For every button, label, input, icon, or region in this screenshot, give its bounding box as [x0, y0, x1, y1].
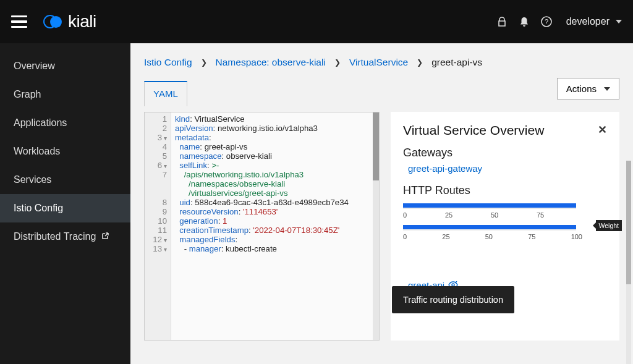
- breadcrumb: Istio Config ❯ Namespace: observe-kiali …: [130, 43, 633, 74]
- main-content: Istio Config ❯ Namespace: observe-kiali …: [130, 43, 633, 364]
- external-link-icon: [101, 232, 109, 242]
- help-icon-svg: ?: [541, 16, 552, 27]
- editor-code[interactable]: kind: VirtualService apiVersion: network…: [171, 112, 379, 340]
- http-routes-heading: HTTP Routes: [403, 184, 607, 197]
- svg-point-2: [452, 284, 454, 286]
- sidebar-item-overview[interactable]: Overview: [0, 52, 130, 80]
- route-bar-1: [403, 203, 576, 209]
- gateways-heading: Gateways: [403, 146, 607, 159]
- gateway-link[interactable]: greet-api-gateway: [408, 163, 482, 174]
- editor-gutter: 123▾45 6▾7 89101112▾13▾: [145, 112, 171, 340]
- main-scrollbar[interactable]: [626, 161, 631, 364]
- chevron-down-icon: [616, 20, 622, 23]
- close-icon[interactable]: ✕: [598, 123, 607, 137]
- sidebar-item-workloads[interactable]: Workloads: [0, 137, 130, 166]
- user-name: developer: [566, 16, 610, 27]
- sidebar-item-label: Distributed Tracing: [14, 231, 96, 242]
- overview-panel: Virtual Service Overview ✕ Gateways gree…: [391, 112, 619, 341]
- actions-button[interactable]: Actions: [557, 78, 619, 99]
- sidebar-item-applications[interactable]: Applications: [0, 109, 130, 137]
- breadcrumb-current: greet-api-vs: [431, 57, 482, 68]
- sidebar-item-distributed-tracing[interactable]: Distributed Tracing: [0, 222, 130, 251]
- tooltip-traffic-routing: Traffic routing distribution: [392, 286, 514, 313]
- brand-logo[interactable]: kiali: [43, 12, 96, 32]
- chevron-right-icon: ❯: [201, 58, 207, 67]
- chevron-down-icon: [604, 87, 610, 91]
- help-icon[interactable]: ?: [535, 16, 558, 27]
- http-routes-chart: 0255075 Weight 0255075100: [403, 203, 607, 240]
- main-scroll-thumb[interactable]: [626, 161, 631, 284]
- route-bar-2: [403, 225, 576, 231]
- tabs-row: YAML Actions: [130, 74, 633, 106]
- editor-scrollbar[interactable]: [373, 112, 379, 340]
- svg-text:?: ?: [545, 18, 548, 25]
- yaml-editor[interactable]: 123▾45 6▾7 89101112▾13▾ kind: VirtualSer…: [144, 112, 380, 341]
- breadcrumb-namespace[interactable]: Namespace: observe-kiali: [216, 57, 326, 68]
- sidebar-item-services[interactable]: Services: [0, 166, 130, 194]
- kiali-logo-icon: [43, 14, 64, 29]
- tab-yaml[interactable]: YAML: [144, 81, 187, 106]
- overview-title: Virtual Service Overview: [403, 123, 544, 138]
- app-header: kiali ? developer: [0, 0, 633, 43]
- breadcrumb-istio-config[interactable]: Istio Config: [144, 57, 192, 68]
- chevron-right-icon: ❯: [334, 58, 341, 67]
- brand-text: kiali: [68, 12, 96, 32]
- sidebar-item-istio-config[interactable]: Istio Config: [0, 194, 130, 222]
- route-axis-1: 0255075: [403, 211, 582, 219]
- bell-icon-svg: [519, 17, 529, 27]
- sidebar: Overview Graph Applications Workloads Se…: [0, 43, 130, 364]
- actions-label: Actions: [566, 83, 597, 94]
- chevron-right-icon: ❯: [417, 58, 423, 67]
- lock-icon[interactable]: [491, 17, 513, 27]
- route-axis-2: 0255075100: [403, 233, 582, 240]
- lock-icon-svg: [498, 17, 506, 27]
- user-menu[interactable]: developer: [566, 16, 622, 27]
- hamburger-icon[interactable]: [11, 12, 30, 32]
- breadcrumb-virtualservice[interactable]: VirtualService: [349, 57, 408, 68]
- bell-icon[interactable]: [513, 17, 535, 27]
- weight-badge: Weight: [596, 220, 622, 231]
- sidebar-item-graph[interactable]: Graph: [0, 80, 130, 109]
- editor-scroll-thumb[interactable]: [373, 112, 379, 180]
